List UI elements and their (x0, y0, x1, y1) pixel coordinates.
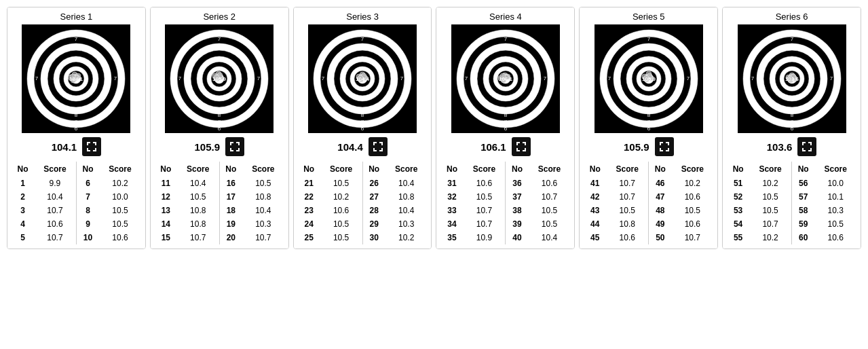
svg-text:8: 8 (647, 112, 650, 118)
shot-score: 10.6 (34, 217, 76, 231)
shot-score: 10.4 (529, 231, 571, 244)
shot-score: 10.0 (814, 177, 856, 190)
shot-no: 1 (12, 177, 34, 190)
svg-text:8: 8 (361, 112, 364, 118)
shot-no: 15 (155, 231, 177, 244)
shot-no: 28 (362, 204, 385, 217)
svg-text:7: 7 (178, 75, 182, 81)
series-title-4: Series 4 (489, 12, 522, 22)
shot-no: 42 (584, 190, 606, 204)
shot-no: 16 (219, 177, 242, 190)
col-header-5-2: No (649, 162, 672, 177)
expand-button-1[interactable] (82, 137, 101, 156)
svg-text:6: 6 (218, 29, 221, 35)
target-wrapper-3: 6786767678104.4 (308, 24, 417, 133)
svg-text:6: 6 (361, 126, 364, 132)
col-header-3-0: No (298, 162, 320, 177)
expand-button-4[interactable] (512, 137, 531, 156)
score-row-6: 103.6 (727, 137, 856, 156)
svg-text:6: 6 (790, 29, 793, 35)
shot-no: 41 (584, 177, 606, 190)
shot-score: 10.7 (529, 190, 571, 204)
shot-score: 10.2 (749, 231, 791, 244)
expand-button-6[interactable] (797, 137, 816, 156)
svg-text:104.1: 104.1 (69, 76, 83, 82)
shot-score: 10.4 (34, 190, 76, 204)
shot-score: 10.7 (463, 217, 505, 231)
svg-text:7: 7 (35, 75, 39, 81)
total-score-1: 104.1 (52, 141, 77, 153)
col-header-5-3: Score (672, 162, 714, 177)
target-wrapper-1: 6786767678104.1 (22, 24, 130, 133)
shot-no: 18 (219, 204, 242, 217)
svg-text:7: 7 (751, 75, 754, 81)
svg-text:106.1: 106.1 (499, 76, 513, 82)
shot-score: 10.5 (749, 204, 791, 217)
svg-text:7: 7 (504, 36, 508, 42)
table-row: 3510.94010.4 (440, 231, 570, 244)
table-row: 5410.75910.5 (727, 217, 856, 231)
scores-table-2: NoScoreNoScore1110.41610.51210.51710.813… (155, 162, 284, 244)
shot-no: 53 (727, 204, 749, 217)
shot-score: 10.6 (606, 231, 648, 244)
shot-score: 10.7 (34, 231, 76, 244)
target-section-1: Series 16786767678104.1104.1 (7, 7, 145, 159)
shot-score: 10.7 (242, 231, 284, 244)
svg-text:7: 7 (361, 36, 364, 42)
score-row-3: 104.4 (298, 137, 428, 156)
expand-button-5[interactable] (655, 137, 674, 156)
shot-score: 10.5 (320, 177, 362, 190)
table-section-3: NoScoreNoScore2110.52610.42210.22710.823… (294, 159, 432, 249)
target-wrapper-2: 6786767678105.9 (165, 24, 273, 133)
table-row: 1510.72010.7 (155, 231, 284, 244)
svg-text:6: 6 (172, 75, 175, 81)
table-row: 2410.52910.3 (298, 217, 428, 231)
svg-text:8: 8 (218, 43, 221, 49)
table-row: 410.6910.5 (12, 217, 141, 231)
table-section-2: NoScoreNoScore1110.41610.51210.51710.813… (151, 159, 288, 249)
shot-score: 10.5 (99, 204, 141, 217)
total-score-4: 106.1 (480, 141, 506, 153)
scores-table-1: NoScoreNoScore19.9610.2210.4710.0310.781… (12, 162, 141, 244)
shot-no: 48 (649, 204, 672, 217)
shot-score: 10.8 (606, 217, 648, 231)
table-row: 510.71010.6 (12, 231, 141, 244)
col-header-2-2: No (219, 162, 242, 177)
shot-no: 3 (12, 204, 34, 217)
col-header-5-1: Score (606, 162, 648, 177)
shot-no: 60 (792, 231, 815, 244)
shot-score: 10.5 (749, 190, 791, 204)
expand-button-2[interactable] (225, 137, 244, 156)
shot-score: 10.4 (242, 204, 284, 217)
table-row: 3110.63610.6 (440, 177, 570, 190)
shot-score: 10.5 (529, 204, 571, 217)
table-row: 19.9610.2 (12, 177, 141, 190)
col-header-1-3: Score (99, 162, 141, 177)
shot-no: 5 (12, 231, 34, 244)
score-row-5: 105.9 (584, 137, 713, 156)
target-section-2: Series 26786767678105.9105.9 (151, 7, 288, 159)
expand-button-3[interactable] (369, 137, 388, 156)
table-section-1: NoScoreNoScore19.9610.2210.4710.0310.781… (7, 159, 145, 249)
svg-text:103.6: 103.6 (785, 76, 799, 82)
svg-text:6: 6 (504, 29, 508, 35)
table-row: 2510.53010.2 (298, 231, 428, 244)
shot-score: 10.3 (242, 217, 284, 231)
svg-text:8: 8 (361, 43, 364, 49)
svg-text:6: 6 (218, 126, 221, 132)
svg-text:6: 6 (407, 75, 411, 81)
svg-text:105.9: 105.9 (212, 76, 227, 82)
shot-score: 10.1 (814, 190, 856, 204)
shot-score: 10.6 (320, 204, 362, 217)
svg-text:7: 7 (465, 75, 468, 81)
total-score-3: 104.4 (337, 141, 363, 153)
svg-text:7: 7 (647, 119, 650, 125)
shot-no: 57 (792, 190, 815, 204)
table-row: 3410.73910.5 (440, 217, 570, 231)
shot-no: 22 (298, 190, 320, 204)
svg-text:6: 6 (75, 126, 78, 132)
col-header-3-2: No (362, 162, 385, 177)
table-row: 2310.62810.4 (298, 204, 428, 217)
scores-table-3: NoScoreNoScore2110.52610.42210.22710.823… (298, 162, 428, 244)
table-row: 1310.81810.4 (155, 204, 284, 217)
